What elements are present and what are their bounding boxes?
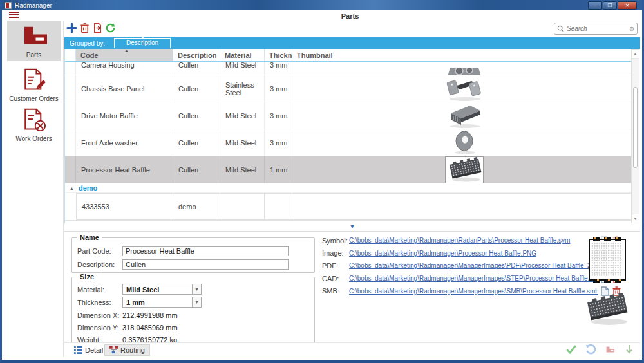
name-group-legend: Name bbox=[77, 234, 102, 241]
app-window: Radmanager — ❐ ✕ Parts Parts bbox=[0, 0, 644, 363]
column-header-indicator[interactable] bbox=[65, 49, 76, 61]
file-path-link[interactable]: C:\bobs_data\Marketing\Radmanager\Manage… bbox=[349, 275, 598, 282]
table-body: Camera HousingCullenMild Steel3 mm Chass… bbox=[65, 62, 636, 221]
table-row[interactable]: 4333553demo bbox=[65, 193, 636, 221]
file-path-link[interactable]: C:\bobs_data\Marketing\Radmanager\Manage… bbox=[349, 262, 598, 269]
search-input[interactable] bbox=[567, 25, 629, 32]
header-strip: Parts bbox=[4, 10, 640, 21]
grouped-by-label: Grouped by: bbox=[70, 40, 105, 47]
description-cell: demo bbox=[173, 193, 220, 220]
search-options-gear-icon[interactable]: ⚙ bbox=[629, 26, 634, 32]
chevron-down-icon: ▼ bbox=[192, 284, 201, 294]
material-cell: Mild Steel bbox=[220, 129, 265, 156]
group-description-button[interactable]: ▲ Description bbox=[114, 38, 171, 48]
column-header-material[interactable]: Material bbox=[220, 49, 265, 61]
material-label: Material: bbox=[77, 286, 122, 293]
panel-splitter-handle[interactable]: ▼ bbox=[64, 223, 640, 231]
table-row[interactable]: Camera HousingCullenMild Steel3 mm bbox=[65, 62, 636, 75]
menu-icon[interactable] bbox=[9, 12, 19, 19]
scroll-down-icon[interactable]: ▼ bbox=[632, 214, 639, 223]
material-dropdown[interactable]: Mild Steel ▼ bbox=[122, 284, 202, 295]
group-header-demo[interactable]: ▲ demo bbox=[65, 183, 636, 193]
description-input[interactable] bbox=[122, 259, 289, 270]
size-group: Size Material: Mild Steel ▼ Thickness: 1… bbox=[71, 277, 315, 346]
part-code-input[interactable] bbox=[122, 246, 289, 256]
page-title: Parts bbox=[66, 12, 634, 20]
code-cell: Front Axle washer bbox=[76, 129, 173, 156]
scroll-up-icon[interactable]: ▲ bbox=[632, 50, 639, 59]
close-button[interactable]: ✕ bbox=[618, 1, 637, 10]
code-cell: Drive Motor Baffle bbox=[76, 102, 173, 129]
record-actions bbox=[565, 344, 635, 355]
file-row-smb: SMB:C:\bobs_data\Marketing\Radmanager\Ma… bbox=[322, 284, 621, 297]
chassis-base-panel-thumbnail bbox=[446, 76, 483, 102]
search-box: ⚙ bbox=[554, 23, 638, 35]
description-cell: Cullen bbox=[173, 62, 220, 75]
customer-orders-icon bbox=[22, 68, 46, 91]
description-cell: Cullen bbox=[173, 75, 220, 102]
thickness-cell: 3 mm bbox=[265, 75, 292, 102]
column-header-code[interactable]: Code▲ bbox=[76, 49, 173, 61]
code-cell: Processor Heat Baffle bbox=[76, 156, 173, 183]
material-cell bbox=[220, 193, 265, 220]
tab-routing[interactable]: Routing bbox=[104, 344, 150, 356]
minimize-button[interactable]: — bbox=[588, 1, 602, 10]
material-cell: Mild Steel bbox=[220, 62, 265, 75]
table-row[interactable]: Front Axle washerCullenMild Steel3 mm bbox=[65, 129, 636, 156]
column-header-thickness[interactable]: Thickness bbox=[265, 49, 292, 61]
add-icon[interactable] bbox=[66, 23, 77, 33]
code-cell: Camera Housing bbox=[76, 62, 173, 75]
toolbar: ⚙ bbox=[64, 21, 640, 37]
thickness-cell: 1 mm bbox=[265, 156, 292, 183]
thumbnail-cell bbox=[292, 193, 636, 220]
table-row[interactable]: Processor Heat BaffleCullenMild Steel1 m… bbox=[65, 156, 636, 183]
sidebar-item-parts[interactable]: Parts bbox=[7, 21, 61, 61]
confirm-icon[interactable] bbox=[565, 344, 577, 355]
file-path-link[interactable]: C:\bobs_data\Marketing\Radmanager\Manage… bbox=[349, 288, 598, 295]
delete-icon[interactable] bbox=[79, 23, 90, 33]
list-icon bbox=[74, 346, 82, 354]
material-cell: Mild Steel bbox=[220, 156, 265, 183]
thickness-dropdown[interactable]: 1 mm ▼ bbox=[122, 297, 202, 308]
scrollbar-thumb[interactable] bbox=[633, 87, 638, 168]
row-indicator-cell bbox=[65, 193, 76, 220]
row-indicator-cell bbox=[65, 156, 76, 183]
column-header-thumbnail[interactable]: Thumbnail bbox=[292, 49, 636, 61]
collapse-group-icon[interactable]: ▲ bbox=[70, 186, 74, 191]
thumbnail-cell bbox=[292, 129, 636, 156]
table-row[interactable]: Chassis Base PanelCullenStainless Steel3… bbox=[65, 75, 636, 102]
detail-panel: Name Part Code: Description: Size Materi… bbox=[64, 231, 640, 357]
file-path-link[interactable]: C:\bobs_data\Marketing\Radmanager\Proces… bbox=[349, 250, 598, 257]
file-path-link[interactable]: C:\bobs_data\Marketing\Radmanager\RadanP… bbox=[349, 237, 598, 244]
code-cell: Chassis Base Panel bbox=[76, 75, 173, 102]
maximize-button[interactable]: ❐ bbox=[603, 1, 617, 10]
thumbnail-cell bbox=[292, 75, 636, 102]
sidebar-item-work-orders[interactable]: Work Orders bbox=[7, 104, 61, 144]
table-row[interactable]: Drive Motor BaffleCullenMild Steel3 mm bbox=[65, 102, 636, 129]
vertical-scrollbar[interactable]: ▲ ▼ bbox=[631, 49, 639, 223]
thickness-cell: 3 mm bbox=[265, 129, 292, 156]
chevron-down-icon: ▼ bbox=[192, 297, 201, 307]
file-row-image: Image:C:\bobs_data\Marketing\Radmanager\… bbox=[322, 247, 621, 260]
dimension-x-label: Dimension X: bbox=[77, 312, 122, 319]
part-3d-preview[interactable] bbox=[583, 293, 631, 327]
sidebar-item-customer-orders[interactable]: Customer Orders bbox=[7, 64, 61, 104]
front-axle-washer-thumbnail bbox=[446, 130, 483, 156]
code-cell: 4333553 bbox=[76, 193, 173, 220]
row-indicator-cell bbox=[65, 102, 76, 129]
thumbnail-cell bbox=[292, 102, 636, 129]
save-part-icon[interactable] bbox=[604, 344, 616, 355]
download-icon[interactable] bbox=[623, 344, 635, 355]
name-group: Name Part Code: Description: bbox=[71, 237, 315, 273]
app-logo-icon bbox=[5, 2, 12, 9]
symbol-drawing-preview[interactable] bbox=[589, 236, 626, 284]
tab-detail[interactable]: Detail bbox=[70, 344, 108, 356]
column-header-description[interactable]: Description bbox=[173, 49, 220, 61]
bottom-tab-bar: Detail Routing bbox=[64, 342, 640, 357]
dimension-y-label: Dimension Y: bbox=[77, 324, 122, 331]
undo-icon[interactable] bbox=[585, 344, 596, 355]
thickness-cell: 3 mm bbox=[265, 62, 292, 75]
export-icon[interactable] bbox=[92, 23, 103, 33]
sidebar-item-label: Customer Orders bbox=[7, 95, 61, 102]
refresh-icon[interactable] bbox=[105, 23, 116, 33]
